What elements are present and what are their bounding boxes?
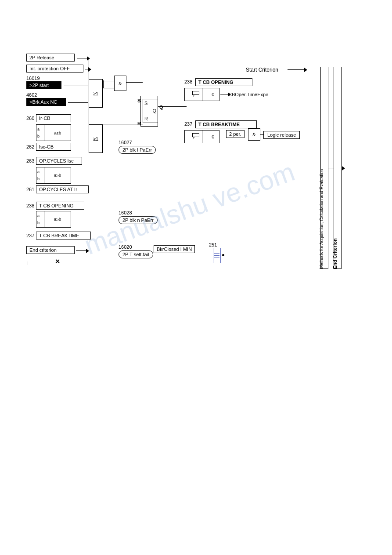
comp-2-label: a≥b: [44, 167, 71, 183]
ir-cb-label: Ir-CB: [39, 116, 50, 121]
num-16028: 16028: [119, 210, 132, 215]
top-divider: [9, 31, 383, 31]
cross-symbol: ✕: [55, 258, 64, 264]
sr-r-outside: R: [137, 121, 141, 126]
methods-label: Methods for Acquisition, Calculation and…: [319, 71, 324, 269]
i-label: I: [26, 261, 28, 266]
bkr-closed-label: BkrClosed I MIN: [157, 247, 192, 252]
timer-breaktime: T 0: [184, 130, 219, 143]
brk-aux-label: >Brk Aux NC: [29, 99, 57, 105]
vline-release-or: [89, 58, 89, 81]
line-end-crit-right: [328, 168, 334, 168]
release-box: 2P Release: [26, 54, 75, 62]
and-gate-1-label: &: [119, 81, 122, 86]
and-gate-1: &: [114, 76, 126, 91]
num-4602: 4602: [26, 92, 37, 98]
ir-cb-box: Ir-CB: [36, 114, 71, 122]
line-and-sr: [126, 82, 143, 83]
line-or-and2: [103, 81, 114, 81]
two-per-box: 2 per.: [226, 130, 245, 138]
timer-0-breaktime: 0: [212, 134, 214, 139]
end-criterion-right-label: End Criterion: [332, 71, 338, 269]
line-start2p: [64, 86, 88, 86]
isc-cb-label: Isc-CB: [39, 144, 54, 149]
op-cycles-ir-num: 261: [26, 187, 34, 192]
sr-box: S Q R: [143, 99, 158, 123]
block-16020-label: 2P T sett.fail: [122, 252, 149, 257]
line-cbo: [220, 94, 228, 94]
line-start-crit: [288, 69, 305, 70]
line-or-and: [103, 88, 114, 88]
t-cb-opening-box-right: T CB OPENING: [195, 78, 252, 86]
line-sr-q: [158, 106, 187, 107]
t-cb-opening-label-right: T CB OPENING: [198, 80, 233, 85]
comp-1-label: a≥b: [44, 125, 71, 141]
t-cb-breaktime-label-right: T CB BREAKTIME: [198, 122, 240, 127]
logic-release-box: Logic release: [263, 131, 300, 139]
num-16020: 16020: [119, 244, 132, 250]
logic-release-label: Logic release: [267, 132, 296, 138]
end-criterion-box-left: End criterion: [26, 246, 75, 254]
arrow-endcrit: [86, 249, 89, 253]
num-16027: 16027: [119, 140, 132, 145]
op-cycles-isc-label: OP.CYCLES Isc: [39, 158, 74, 163]
bkr-dot: [222, 254, 224, 256]
two-per-label: 2 per.: [229, 131, 241, 137]
op-cycles-ir-label: OP.CYCLES AT Ir: [39, 187, 77, 192]
sr-s-outside: S: [137, 98, 140, 103]
cbo-time-expir-label: CBOper.TimeExpir: [228, 92, 268, 97]
arrow-start-crit: [304, 68, 307, 72]
t-cb-breaktime-num-right: 237: [184, 121, 192, 127]
line-logic-release: [260, 134, 263, 135]
op-cycles-isc-num: 263: [26, 158, 34, 163]
isc-cb-num: 262: [26, 144, 34, 149]
or-gate-2-label: ≥1: [93, 136, 98, 141]
line-comp1-or2: [71, 132, 89, 132]
comp-box-3: a b a≥b: [36, 211, 71, 228]
vline-connect: [89, 99, 89, 124]
protection-off-label: Int. protection OFF: [29, 66, 70, 71]
bkr-closed-box: BkrClosed I MIN: [154, 245, 195, 253]
line-or2-sr: [103, 124, 143, 124]
protection-off-box: Int. protection OFF: [26, 65, 83, 73]
page-container: 2P Release Int. protection OFF 16019 >2P…: [0, 0, 392, 555]
t-cb-opening-box-left: T CB OPENING: [36, 202, 84, 210]
start-criterion-label: Start Criterion: [246, 67, 278, 73]
comp-box-1: a b a≥b: [36, 124, 71, 141]
brk-aux-box: >Brk Aux NC: [26, 98, 66, 106]
t-cb-breaktime-box-left: T CB BREAKTIME: [36, 232, 91, 239]
timer-0-opening: 0: [212, 92, 214, 97]
or-gate-2: ≥1: [89, 124, 103, 153]
block-16027-label: 2P blk l PaErr: [122, 147, 152, 152]
block-16028: 2P blk n PaErr: [119, 216, 158, 224]
block-16027: 2P blk l PaErr: [119, 146, 156, 154]
timer-opening: T 0: [184, 88, 219, 101]
end-criterion-label-left: End criterion: [29, 247, 57, 253]
block-16028-label: 2P blk n PaErr: [122, 218, 154, 223]
isc-cb-box: Isc-CB: [36, 143, 71, 151]
bkr-num: 251: [209, 242, 217, 247]
block-16020: 2P T sett.fail: [119, 250, 153, 258]
sr-q-outside: Q: [159, 105, 163, 110]
t-cb-opening-num-right: 238: [184, 79, 192, 84]
start-2p-box: >2P start: [26, 81, 61, 89]
or-gate-1-label: ≥1: [93, 91, 98, 96]
vline-or-and: [103, 80, 104, 88]
line-release: [77, 58, 88, 58]
and-gate-2: &: [248, 128, 260, 141]
op-cycles-isc-box: OP.CYCLES Isc: [36, 157, 82, 165]
num-16019: 16019: [26, 76, 40, 81]
t-cb-opening-num-left: 238: [26, 203, 34, 208]
t-cb-opening-label-left: T CB OPENING: [39, 203, 74, 208]
and-gate-2-label: &: [252, 132, 255, 137]
t-cb-breaktime-num-left: 237: [26, 233, 34, 238]
line-endcrit: [76, 250, 87, 251]
arrow-end-crit-right: [342, 166, 345, 170]
or-gate-1: ≥1: [89, 79, 103, 108]
start-2p-label: >2P start: [29, 83, 49, 88]
t-cb-breaktime-label-left: T CB BREAKTIME: [39, 233, 79, 238]
arrow-cbo: [228, 92, 231, 97]
release-label: 2P Release: [29, 55, 54, 60]
comp-3-label: a≥b: [44, 211, 71, 227]
bkr-symbol: [213, 248, 221, 263]
